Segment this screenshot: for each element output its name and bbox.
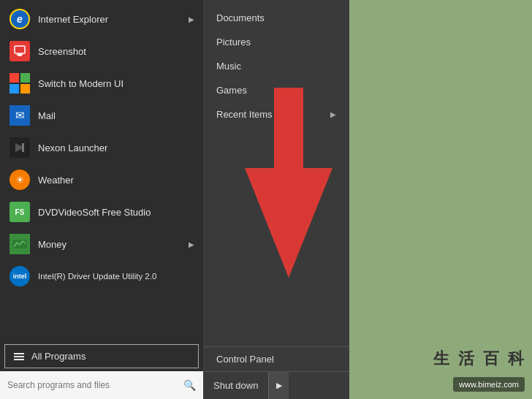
app-item-dvd[interactable]: FS DVDVideoSoft Free Studio: [0, 196, 203, 228]
app-label: Switch to Modern UI: [38, 78, 123, 89]
search-button[interactable]: 🔍: [175, 371, 203, 399]
shutdown-area: Shut down ▶: [203, 371, 349, 399]
app-item-switch-modern[interactable]: Switch to Modern UI: [0, 67, 203, 99]
app-item-money[interactable]: Money ▶: [0, 228, 203, 260]
spacer: [203, 126, 349, 346]
mail-icon: ✉: [9, 104, 31, 126]
right-panel-label: Games: [216, 85, 247, 96]
shutdown-arrow-button[interactable]: ▶: [268, 372, 289, 400]
app-label: Weather: [38, 175, 74, 186]
right-panel-music[interactable]: Music: [203, 54, 349, 78]
svg-rect-4: [22, 143, 24, 152]
dvd-icon: FS: [9, 201, 31, 223]
svg-rect-2: [18, 56, 21, 56]
shutdown-label: Shut down: [213, 380, 258, 391]
right-panel-label: Control Panel: [216, 354, 274, 365]
app-item-weather[interactable]: ☀ Weather: [0, 164, 203, 196]
right-panel-games[interactable]: Games: [203, 78, 349, 102]
right-panel-label: Recent Items: [216, 109, 273, 120]
screenshot-icon: [9, 40, 31, 62]
svg-rect-0: [15, 46, 25, 53]
app-list: e Internet Explorer ▶ Screenshot Switch …: [0, 0, 203, 341]
app-item-mail[interactable]: ✉ Mail: [0, 99, 203, 132]
watermark-cn: 生 活 百 科: [433, 348, 526, 370]
app-label: DVDVideoSoft Free Studio: [38, 207, 151, 218]
search-input[interactable]: [0, 371, 175, 399]
all-programs-icon: [14, 353, 24, 360]
right-panel-label: Music: [216, 61, 241, 72]
right-panel-label: Pictures: [216, 37, 251, 48]
app-item-nexon[interactable]: Nexon Launcher: [0, 132, 203, 164]
right-panel-documents[interactable]: Documents: [203, 6, 349, 30]
right-panel-control-panel[interactable]: Control Panel: [203, 346, 349, 371]
money-icon: [9, 233, 31, 255]
app-label: Money: [38, 239, 66, 250]
right-panel-label: Documents: [216, 12, 265, 23]
arrow-icon: ▶: [189, 15, 194, 23]
right-panel-recent-items[interactable]: Recent Items ▶: [203, 102, 349, 126]
modern-ui-icon: [9, 72, 31, 94]
all-programs-label: All Programs: [31, 351, 86, 362]
right-panel: Documents Pictures Music Games Recent It…: [203, 0, 349, 399]
watermark-url: www.bimeiz.com: [453, 377, 525, 392]
right-panel-pictures[interactable]: Pictures: [203, 30, 349, 54]
weather-icon: ☀: [9, 169, 31, 191]
app-item-internet-explorer[interactable]: e Internet Explorer ▶: [0, 3, 203, 35]
shutdown-button[interactable]: Shut down: [203, 372, 268, 399]
submenu-arrow-icon: ▶: [330, 110, 336, 118]
app-item-intel[interactable]: intel Intel(R) Driver Update Utility 2.0: [0, 260, 203, 292]
app-label: Nexon Launcher: [38, 142, 107, 153]
nexon-icon: [9, 137, 31, 159]
arrow-icon: ▶: [189, 240, 194, 248]
ie-icon: e: [9, 8, 31, 30]
app-label: Mail: [38, 110, 56, 121]
intel-icon: intel: [9, 265, 31, 287]
start-menu: e Internet Explorer ▶ Screenshot Switch …: [0, 0, 203, 399]
app-label: Internet Explorer: [38, 14, 108, 25]
search-bar: 🔍: [0, 371, 203, 399]
app-label: Screenshot: [38, 46, 86, 57]
all-programs-button[interactable]: All Programs: [4, 344, 199, 368]
app-item-screenshot[interactable]: Screenshot: [0, 35, 203, 67]
svg-rect-1: [17, 54, 23, 56]
app-label: Intel(R) Driver Update Utility 2.0: [38, 272, 156, 281]
